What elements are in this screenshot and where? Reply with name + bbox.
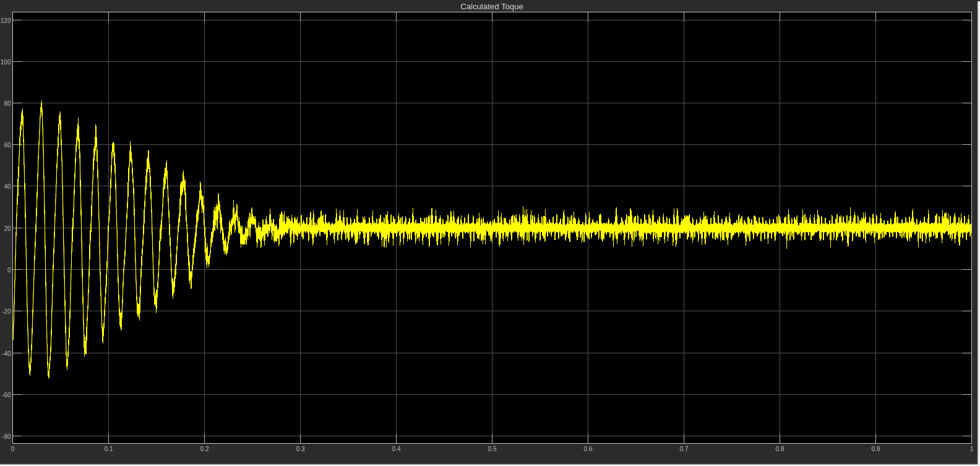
svg-text:0.9: 0.9 <box>872 446 880 452</box>
svg-text:0.1: 0.1 <box>105 446 113 452</box>
svg-text:0.7: 0.7 <box>680 446 689 452</box>
svg-text:-20: -20 <box>2 308 11 315</box>
svg-text:0.6: 0.6 <box>584 446 593 452</box>
svg-text:20: 20 <box>4 225 11 232</box>
svg-text:Calculated Toque: Calculated Toque <box>460 2 523 11</box>
svg-text:-40: -40 <box>2 350 11 357</box>
svg-text:80: 80 <box>4 100 11 107</box>
svg-text:60: 60 <box>4 142 11 149</box>
svg-text:0: 0 <box>7 267 11 274</box>
svg-text:0.4: 0.4 <box>392 446 401 452</box>
svg-text:0.3: 0.3 <box>296 446 305 452</box>
svg-text:-60: -60 <box>2 392 11 399</box>
svg-text:0.2: 0.2 <box>200 446 209 452</box>
svg-text:1: 1 <box>970 446 974 452</box>
svg-text:100: 100 <box>1 59 11 66</box>
svg-text:-80: -80 <box>2 433 11 440</box>
svg-text:120: 120 <box>1 17 11 24</box>
svg-text:0: 0 <box>11 446 15 452</box>
svg-text:40: 40 <box>4 183 11 190</box>
svg-text:0.5: 0.5 <box>488 446 497 452</box>
svg-text:0.8: 0.8 <box>776 446 784 452</box>
